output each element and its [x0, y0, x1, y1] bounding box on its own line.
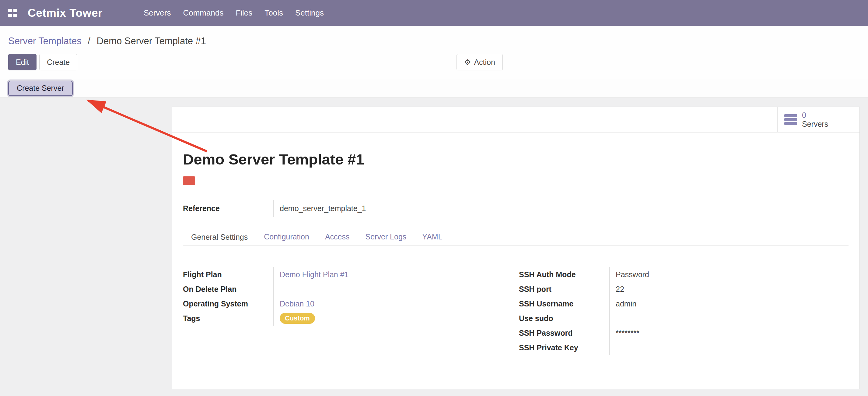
field-ssh-username: SSH Username admin — [519, 296, 848, 311]
content-area: 0 Servers Demo Server Template #1 Refere… — [0, 98, 868, 389]
tab-configuration[interactable]: Configuration — [256, 228, 317, 246]
nav-item-tools[interactable]: Tools — [258, 0, 289, 26]
tab-yaml[interactable]: YAML — [414, 228, 450, 246]
servers-icon — [784, 114, 797, 125]
grid-square — [13, 14, 17, 17]
record-title: Demo Server Template #1 — [183, 151, 848, 168]
action-button-label: Action — [474, 58, 495, 67]
statusbar: Create Server — [0, 79, 868, 98]
app-brand[interactable]: Cetmix Tower — [28, 7, 102, 20]
field-label: Use sudo — [519, 311, 609, 326]
breadcrumb-separator: / — [88, 36, 90, 46]
grid-square — [8, 14, 12, 17]
breadcrumb-link-server-templates[interactable]: Server Templates — [8, 36, 82, 46]
tab-general-settings[interactable]: General Settings — [183, 228, 256, 246]
ssh-password-value[interactable]: ******** — [609, 326, 848, 340]
tag-badge-custom[interactable]: Custom — [280, 313, 315, 324]
grid-square — [8, 9, 12, 12]
apps-grid-icon[interactable] — [8, 9, 17, 17]
gear-icon: ⚙ — [464, 58, 471, 66]
field-label: Tags — [183, 311, 273, 326]
field-label: SSH Private Key — [519, 340, 609, 355]
field-ssh-password: SSH Password ******** — [519, 326, 848, 340]
form-group-left: Flight Plan Demo Flight Plan #1 On Delet… — [183, 267, 507, 355]
reference-row: Reference demo_server_template_1 — [183, 200, 848, 217]
button-row: Edit Create ⚙ Action — [0, 54, 868, 70]
reference-value: demo_server_template_1 — [273, 200, 848, 217]
breadcrumb: Server Templates / Demo Server Template … — [0, 35, 868, 47]
servers-stat-button[interactable]: 0 Servers — [777, 107, 860, 132]
field-tags: Tags Custom — [183, 311, 507, 326]
control-panel: Server Templates / Demo Server Template … — [0, 26, 868, 79]
servers-count: 0 — [802, 111, 828, 120]
stat-button-box: 0 Servers — [172, 107, 860, 133]
field-use-sudo: Use sudo — [519, 311, 848, 326]
ssh-auth-mode-value[interactable]: Password — [609, 267, 848, 282]
ssh-private-key-value[interactable] — [609, 340, 848, 355]
field-label: SSH Password — [519, 326, 609, 340]
field-label: Operating System — [183, 296, 273, 311]
main-menu: Servers Commands Files Tools Settings — [137, 0, 330, 26]
operating-system-link[interactable]: Debian 10 — [273, 296, 507, 311]
flight-plan-link[interactable]: Demo Flight Plan #1 — [273, 267, 507, 282]
nav-item-files[interactable]: Files — [229, 0, 258, 26]
tab-server-logs[interactable]: Server Logs — [358, 228, 414, 246]
field-on-delete-plan: On Delete Plan — [183, 282, 507, 296]
field-ssh-port: SSH port 22 — [519, 282, 848, 296]
reference-label: Reference — [183, 200, 273, 217]
field-label: SSH Username — [519, 296, 609, 311]
notebook-tabs: General Settings Configuration Access Se… — [183, 228, 848, 246]
nav-item-servers[interactable]: Servers — [137, 0, 177, 26]
field-label: SSH port — [519, 282, 609, 296]
top-navbar: Cetmix Tower Servers Commands Files Tool… — [0, 0, 868, 26]
on-delete-plan-value[interactable] — [273, 282, 507, 296]
field-ssh-auth-mode: SSH Auth Mode Password — [519, 267, 848, 282]
edit-button[interactable]: Edit — [8, 54, 36, 70]
action-button[interactable]: ⚙ Action — [457, 54, 503, 70]
form-group-right: SSH Auth Mode Password SSH port 22 SSH U… — [519, 267, 848, 355]
use-sudo-value[interactable] — [609, 311, 848, 326]
field-flight-plan: Flight Plan Demo Flight Plan #1 — [183, 267, 507, 282]
nav-item-settings[interactable]: Settings — [289, 0, 330, 26]
ssh-port-value[interactable]: 22 — [609, 282, 848, 296]
breadcrumb-current: Demo Server Template #1 — [97, 36, 206, 46]
create-button[interactable]: Create — [39, 54, 77, 70]
ssh-username-value[interactable]: admin — [609, 296, 848, 311]
form-fields: Flight Plan Demo Flight Plan #1 On Delet… — [183, 246, 848, 355]
field-label: On Delete Plan — [183, 282, 273, 296]
tags-value: Custom — [273, 311, 507, 326]
field-label: Flight Plan — [183, 267, 273, 282]
servers-stat-text: 0 Servers — [802, 111, 828, 129]
form-sheet: Demo Server Template #1 Reference demo_s… — [172, 151, 860, 355]
tab-access[interactable]: Access — [317, 228, 358, 246]
create-server-button[interactable]: Create Server — [8, 81, 73, 96]
field-label: SSH Auth Mode — [519, 267, 609, 282]
servers-stat-label: Servers — [802, 120, 828, 129]
form-card: 0 Servers Demo Server Template #1 Refere… — [172, 107, 860, 389]
field-ssh-private-key: SSH Private Key — [519, 340, 848, 355]
grid-square — [13, 9, 17, 12]
field-operating-system: Operating System Debian 10 — [183, 296, 507, 311]
nav-item-commands[interactable]: Commands — [177, 0, 229, 26]
color-swatch[interactable] — [183, 176, 195, 185]
